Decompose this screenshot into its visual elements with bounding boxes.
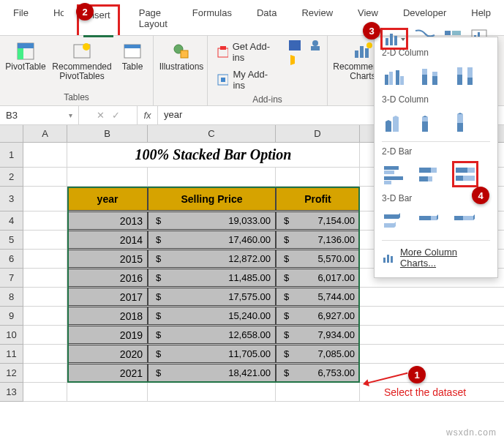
cell-year[interactable]: 2015 — [67, 250, 148, 268]
svg-rect-17 — [360, 46, 364, 58]
3d-clustered-bar[interactable] — [382, 208, 408, 234]
people-icon[interactable] — [308, 39, 323, 52]
svg-rect-21 — [390, 34, 393, 45]
more-column-charts[interactable]: More Column Charts... — [382, 247, 490, 269]
cancel-icon: ✕ — [97, 110, 105, 121]
cell-price[interactable]: $18,421.00 — [148, 364, 276, 382]
3d-clustered-column[interactable] — [382, 109, 408, 135]
svg-rect-41 — [467, 67, 473, 78]
3d-stacked-column[interactable] — [417, 109, 443, 135]
svg-rect-55 — [431, 216, 437, 220]
svg-rect-58 — [387, 255, 389, 263]
tab-review[interactable]: Review — [296, 4, 339, 35]
cell-year[interactable]: 2013 — [67, 211, 148, 230]
name-box[interactable]: B3 — [0, 106, 79, 124]
pivottable-button[interactable]: PivotTable — [4, 39, 47, 75]
svg-point-14 — [312, 40, 318, 46]
my-addins-button[interactable]: My Add-ins — [212, 67, 280, 93]
enter-icon: ✓ — [112, 110, 120, 121]
cell-price[interactable]: $11,485.00 — [148, 269, 276, 287]
table-row: 2018$15,240.00$6,927.00 — [23, 307, 504, 326]
cell-year[interactable]: 2021 — [67, 364, 148, 382]
col-C[interactable]: C — [148, 125, 276, 142]
cell-year[interactable]: 2019 — [67, 326, 148, 344]
callout-2: 2 — [76, 3, 94, 20]
table-row: 2021$18,421.00$6,753.00 — [23, 364, 504, 383]
illustrations-button[interactable]: Illustrations — [158, 39, 205, 75]
cell-price[interactable]: $12,658.00 — [148, 326, 276, 344]
bing-icon[interactable] — [287, 53, 302, 67]
svg-rect-10 — [220, 46, 226, 50]
col-B[interactable]: B — [67, 125, 148, 142]
row-headers[interactable]: 1 2 3 4 5 6 7 8 9 10 11 12 13 — [0, 143, 23, 402]
shapes-icon — [172, 42, 191, 61]
svg-rect-13 — [289, 40, 301, 50]
callout-3: 3 — [363, 22, 380, 40]
svg-rect-45 — [384, 176, 403, 180]
stacked-column[interactable] — [417, 62, 443, 89]
svg-rect-46 — [384, 181, 391, 184]
cell-profit[interactable]: $6,927.00 — [276, 307, 360, 325]
svg-rect-12 — [221, 78, 225, 82]
cell-price[interactable]: $11,705.00 — [148, 345, 276, 363]
svg-point-19 — [366, 42, 372, 48]
svg-rect-25 — [452, 31, 461, 35]
column-chart-dropdown[interactable] — [380, 28, 408, 50]
3d-100-stacked-column[interactable] — [452, 109, 478, 135]
svg-rect-30 — [385, 75, 388, 85]
3d-stacked-bar[interactable] — [417, 208, 443, 234]
cell-price[interactable]: $17,575.00 — [148, 288, 276, 306]
callout-text: Select the dataset — [384, 386, 466, 398]
fx-icon[interactable]: fx — [138, 106, 158, 124]
cell-year[interactable]: 2017 — [67, 288, 148, 306]
get-addins-button[interactable]: Get Add-ins — [212, 39, 280, 65]
cell-profit[interactable]: $7,154.00 — [276, 211, 360, 230]
col-D[interactable]: D — [276, 125, 360, 142]
tab-file[interactable]: File — [7, 4, 34, 35]
cell-profit[interactable]: $5,570.00 — [276, 250, 360, 268]
3d-100-stacked-bar[interactable] — [452, 208, 478, 234]
stacked-bar[interactable] — [417, 161, 443, 187]
tab-data[interactable]: Data — [251, 4, 282, 35]
svg-rect-59 — [391, 256, 393, 263]
visio-icon[interactable] — [287, 39, 302, 52]
cell-profit[interactable]: $6,017.00 — [276, 269, 360, 287]
100-stacked-column[interactable] — [452, 62, 478, 89]
header-profit: Profit — [276, 187, 360, 211]
tab-home[interactable]: Home — [48, 4, 64, 35]
watermark: wsxdn.com — [446, 427, 497, 438]
cell-year[interactable]: 2014 — [67, 231, 148, 249]
table-row: 2020$11,705.00$7,085.00 — [23, 345, 504, 364]
recommended-charts-icon — [352, 42, 374, 61]
cell-year[interactable]: 2016 — [67, 269, 148, 287]
clustered-bar[interactable] — [382, 161, 408, 187]
cell-profit[interactable]: $7,085.00 — [276, 345, 360, 363]
table-button[interactable]: Table — [117, 39, 148, 75]
svg-rect-16 — [355, 50, 358, 58]
cell-price[interactable]: $12,872.00 — [148, 250, 276, 268]
col-A[interactable]: A — [23, 125, 67, 142]
cell-profit[interactable]: $6,753.00 — [276, 364, 360, 382]
cell-price[interactable]: $15,240.00 — [148, 307, 276, 325]
select-all[interactable] — [0, 125, 23, 143]
cell-price[interactable]: $17,460.00 — [148, 231, 276, 249]
svg-rect-44 — [384, 171, 394, 174]
100-stacked-bar[interactable] — [452, 161, 478, 187]
tab-formulas[interactable]: Formulas — [187, 4, 238, 35]
cell-profit[interactable]: $7,934.00 — [276, 326, 360, 344]
cell-year[interactable]: 2020 — [67, 345, 148, 363]
section-2d-bar: 2-D Bar — [382, 146, 490, 157]
cell-profit[interactable]: $5,744.00 — [276, 288, 360, 306]
clustered-column[interactable] — [382, 62, 408, 89]
svg-rect-31 — [389, 72, 393, 85]
cell-profit[interactable]: $7,136.00 — [276, 231, 360, 249]
tab-pagelayout[interactable]: Page Layout — [133, 4, 173, 35]
cell-price[interactable]: $19,033.00 — [148, 211, 276, 230]
cell-year[interactable]: 2018 — [67, 307, 148, 325]
callout-1: 1 — [408, 366, 426, 383]
table-icon — [123, 42, 142, 61]
svg-rect-15 — [311, 46, 320, 50]
svg-rect-39 — [457, 67, 462, 75]
recommended-pivottables-button[interactable]: Recommended PivotTables — [50, 39, 114, 84]
svg-rect-42 — [457, 114, 463, 123]
